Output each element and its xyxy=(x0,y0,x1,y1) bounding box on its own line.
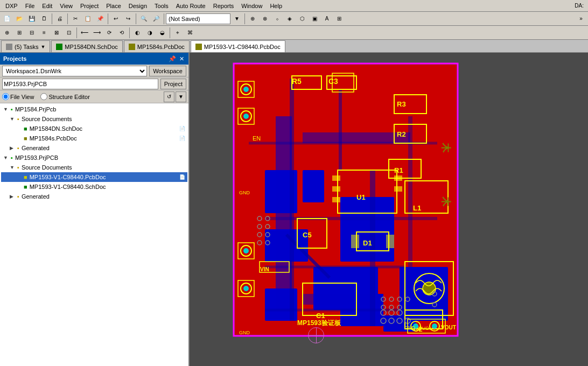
saved-state-combo[interactable] xyxy=(166,13,230,24)
t2-12[interactable]: ◑ xyxy=(144,27,156,39)
tree-mp1593-sch[interactable]: ■ MP1593-V1-C98440.SchDoc xyxy=(1,182,187,192)
project-button[interactable]: Project xyxy=(160,79,186,89)
expand-icon: ▼ xyxy=(10,116,16,122)
new-btn[interactable]: 📄 xyxy=(1,13,13,25)
panel-pin-btn[interactable]: 📌 xyxy=(167,55,177,62)
tool4[interactable]: ▣ xyxy=(309,13,320,25)
view-menu-btn[interactable]: ▼ xyxy=(176,92,186,102)
toolbar-main: 📄 📂 💾 🗒 🖨 ✂ 📋 📌 ↩ ↪ 🔍 🔎 ▼ ⊕ ⊗ ⬦ ◈ ⬡ ▣ A … xyxy=(0,12,588,26)
tree-mp1584dn[interactable]: ■ MP1584DN.SchDoc 📄 xyxy=(1,124,187,133)
cross-probe2-btn[interactable]: ⊗ xyxy=(259,13,271,25)
svg-rect-44 xyxy=(332,186,340,192)
menu-edit[interactable]: Edit xyxy=(39,2,55,10)
redo-btn[interactable]: ↪ xyxy=(122,13,134,25)
project-icon: ▪ xyxy=(11,106,13,112)
tool1[interactable]: ⬦ xyxy=(271,13,283,25)
menu-place[interactable]: Place xyxy=(103,2,124,10)
paste-btn[interactable]: 📌 xyxy=(94,13,106,25)
sch-file-icon: ■ xyxy=(24,125,27,132)
expand-icon: ▼ xyxy=(3,107,10,112)
cross-probe-btn[interactable]: ⊕ xyxy=(247,13,258,25)
tab-tasks-dropdown[interactable]: ▼ xyxy=(40,44,45,50)
save-all-btn[interactable]: 🗒 xyxy=(38,13,50,25)
folder-icon: ▪ xyxy=(17,193,19,200)
svg-text:GND: GND xyxy=(239,190,250,195)
refresh-btn[interactable]: ↺ xyxy=(164,92,174,102)
workspace-select[interactable]: Workspace1.DsnWrk xyxy=(2,66,147,76)
more-btn[interactable]: » xyxy=(575,13,587,25)
folder-icon: ▪ xyxy=(17,116,19,122)
t2-13[interactable]: ◒ xyxy=(156,27,168,39)
expand-icon: ▶ xyxy=(10,194,16,199)
menu-design[interactable]: Design xyxy=(125,2,150,10)
t2-14[interactable]: ⌖ xyxy=(172,27,184,39)
t2-3[interactable]: ⊟ xyxy=(26,27,38,39)
t2-15[interactable]: ⌘ xyxy=(184,27,196,39)
menu-tools[interactable]: Tools xyxy=(151,2,172,10)
t2-1[interactable]: ⊕ xyxy=(1,27,13,39)
t2-4[interactable]: ≡ xyxy=(38,27,50,39)
workspace-button[interactable]: Workspace xyxy=(149,66,186,76)
svg-point-25 xyxy=(243,87,249,92)
tool2[interactable]: ◈ xyxy=(284,13,296,25)
tree-mp1584-gen[interactable]: ▶ ▪ Generated xyxy=(1,143,187,153)
menu-view[interactable]: View xyxy=(57,2,76,10)
open-btn[interactable]: 📂 xyxy=(13,13,25,25)
svg-rect-8 xyxy=(400,267,448,321)
svg-text:R3: R3 xyxy=(397,100,406,108)
project-input[interactable] xyxy=(2,79,158,89)
t2-11[interactable]: ◐ xyxy=(131,27,143,39)
tree-mp1593-root[interactable]: ▼ ▪ MP1593.PrjPCB xyxy=(1,153,187,163)
sep6 xyxy=(244,13,245,24)
t2-10[interactable]: ⟲ xyxy=(116,27,128,39)
t2-7[interactable]: ⟵ xyxy=(79,27,90,39)
print-btn[interactable]: 🖨 xyxy=(54,13,66,25)
t2-6[interactable]: ⊡ xyxy=(63,27,75,39)
tree-mp1593-pcb[interactable]: ■ MP1593-V1-C98440.PcbDoc 📄 xyxy=(1,172,187,182)
zoom-in-btn[interactable]: 🔍 xyxy=(138,13,150,25)
svg-text:木: 木 xyxy=(440,196,451,207)
menu-window[interactable]: Window xyxy=(238,2,265,10)
pcb-canvas-area[interactable]: EN R5 C3 R3 R2 R1 U1 L1 C5 D1 VIN GND C1… xyxy=(190,53,588,366)
panel-close-btn[interactable]: ✕ xyxy=(178,55,185,62)
menu-file[interactable]: File xyxy=(22,2,38,10)
tree-label: Generated xyxy=(22,193,50,200)
tree-mp1584-root[interactable]: ▼ ▪ MP1584.PrjPcb xyxy=(1,104,187,114)
t2-8[interactable]: ⟶ xyxy=(91,27,103,39)
cut-btn[interactable]: ✂ xyxy=(69,13,81,25)
svg-rect-12 xyxy=(276,116,292,310)
tab-schnet[interactable]: MP1584DN.SchDoc xyxy=(51,40,122,52)
menu-reports[interactable]: Reports xyxy=(210,2,237,10)
save-btn[interactable]: 💾 xyxy=(26,13,38,25)
svg-point-31 xyxy=(243,248,249,254)
file-view-radio[interactable]: File View xyxy=(2,93,34,100)
folder-icon: ▪ xyxy=(17,145,19,151)
tree-mp1584pcb[interactable]: ■ MP1584s.PcbDoc 📄 xyxy=(1,133,187,143)
undo-btn[interactable]: ↩ xyxy=(110,13,122,25)
t2-2[interactable]: ⊞ xyxy=(13,27,25,39)
tree-label: MP1584.PrjPcb xyxy=(15,106,56,112)
menu-autoroute[interactable]: Auto Route xyxy=(173,2,209,10)
t2-5[interactable]: ⊠ xyxy=(51,27,62,39)
zoom-out-btn[interactable]: 🔎 xyxy=(150,13,162,25)
copy-btn[interactable]: 📋 xyxy=(82,13,94,25)
tool5[interactable]: A xyxy=(321,13,333,25)
tab-tasks[interactable]: (5) Tasks ▼ xyxy=(1,40,50,52)
combo-dropdown[interactable]: ▼ xyxy=(231,13,243,25)
menu-project[interactable]: Project xyxy=(77,2,102,10)
tree-mp1593-gen[interactable]: ▶ ▪ Generated xyxy=(1,192,187,201)
tool3[interactable]: ⬡ xyxy=(296,13,308,25)
projects-panel: Projects 📌 ✕ Workspace1.DsnWrk Workspace… xyxy=(0,53,190,366)
t2-9[interactable]: ⟳ xyxy=(103,27,115,39)
tree-mp1584-src[interactable]: ▼ ▪ Source Documents xyxy=(1,114,187,124)
menu-help[interactable]: Help xyxy=(267,2,285,10)
svg-text:R1: R1 xyxy=(394,166,403,174)
tree-mp1593-src[interactable]: ▼ ▪ Source Documents xyxy=(1,163,187,172)
tree-label: MP1593-V1-C98440.SchDoc xyxy=(30,184,106,190)
tab-pcb1[interactable]: MP1584s.PcbDoc xyxy=(124,40,190,52)
menu-dxp[interactable]: DXP xyxy=(2,2,21,10)
tab-pcb2[interactable]: MP1593-V1-C98440.PcbDoc xyxy=(191,40,285,52)
tool6[interactable]: ⊞ xyxy=(333,13,345,25)
structure-editor-radio[interactable]: Structure Editor xyxy=(40,93,89,100)
tab-pcb2-label: MP1593-V1-C98440.PcbDoc xyxy=(204,44,281,50)
